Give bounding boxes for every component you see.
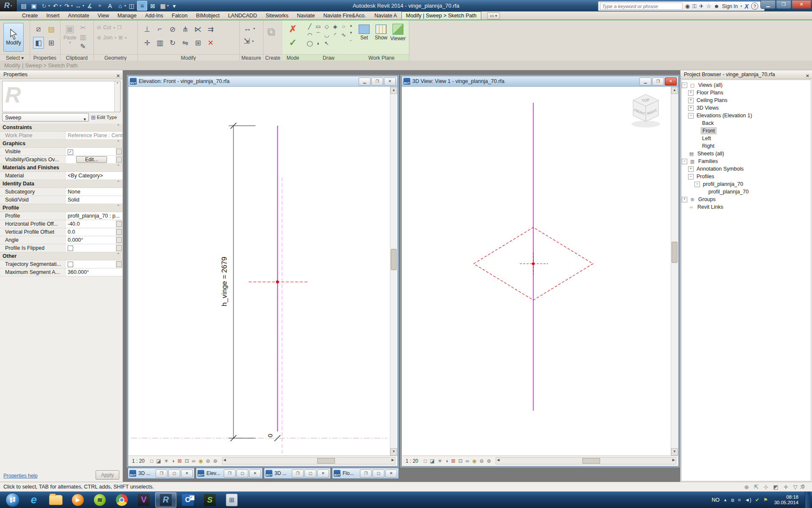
selection-underlay-icon[interactable]: ⇱ xyxy=(754,484,759,490)
draw-arc-start-end-icon[interactable]: ◠ xyxy=(306,31,314,39)
tree-item-label[interactable]: Views (all) xyxy=(697,82,724,88)
elevation-window-titlebar[interactable]: RVT Elevation: Front - vinge_plannja_70.… xyxy=(128,76,398,87)
filter-icon[interactable]: ▽ xyxy=(793,484,798,490)
tab-naviate[interactable]: Naviate xyxy=(293,12,319,19)
application-menu-button[interactable]: R▾ xyxy=(0,0,16,11)
worksharing-display-icon[interactable]: ⊜ xyxy=(480,458,484,464)
elevation-minimize-button[interactable]: ▁ xyxy=(359,77,370,86)
selection-pin-icon[interactable]: ⊹ xyxy=(763,484,768,490)
crop-region-visible-icon[interactable]: ⊡ xyxy=(458,458,463,464)
taskbar-clock[interactable]: 08:18 30.05.2014 xyxy=(774,494,798,505)
elevation-restore-button[interactable]: ❐ xyxy=(371,77,383,86)
tree-item-sheets-all-[interactable]: ▤Sheets (all) xyxy=(682,150,811,157)
associate-parameter-button[interactable] xyxy=(116,221,122,227)
properties-help-link[interactable]: Properties help xyxy=(3,473,38,479)
visual-style-icon[interactable]: □ xyxy=(424,458,427,464)
property-value[interactable]: 0.000° xyxy=(65,236,115,244)
minimized-window-2[interactable]: RVTElev...❐▢✕ xyxy=(196,468,263,479)
elevation-canvas[interactable]: h_vinge = 2679 0 xyxy=(129,87,390,456)
paste-button[interactable]: ▣Paste▾ xyxy=(63,23,77,50)
properties-close-icon[interactable]: ✕ xyxy=(116,72,120,80)
property-checkbox[interactable] xyxy=(68,246,73,251)
ribbon-display-toggle[interactable]: ▭▾ xyxy=(487,12,500,19)
maximize-window-button[interactable]: ▢ xyxy=(168,469,180,478)
tree-item-label[interactable]: Front xyxy=(701,127,716,134)
taskbar-calculator-icon[interactable]: ⊞ xyxy=(221,492,242,508)
tab-view[interactable]: View xyxy=(93,12,113,19)
render-icon[interactable]: ⊚ xyxy=(213,458,217,464)
close-window-button[interactable]: ✕ xyxy=(385,469,397,478)
associate-parameter-button[interactable] xyxy=(116,229,122,235)
maximize-window-button[interactable]: ▢ xyxy=(304,469,316,478)
tab-add-ins[interactable]: Add-Ins xyxy=(141,12,167,19)
tree-item-views-all-[interactable]: −▢Views (all) xyxy=(682,81,811,89)
taskbar-media-player-icon[interactable]: ▶ xyxy=(67,492,88,508)
tree-item-annotation-symbols[interactable]: +Annotation Symbols xyxy=(682,165,811,173)
minimize-button[interactable]: ▁ xyxy=(760,0,776,9)
tree-item-label[interactable]: Floor Plans xyxy=(695,90,724,96)
modify-tool-button[interactable]: Modify xyxy=(3,23,24,52)
title-bar[interactable]: R▾ ▤▣↻▾↶▾↷▾↔▾∡⌖A⌂▾◫≡⊠▦▾▾ Autodesk Revit … xyxy=(0,0,812,11)
dimension-tool-icon[interactable]: ⇲ xyxy=(244,36,250,46)
draw-ellipse-icon[interactable]: ◯ xyxy=(306,39,314,47)
section-icon[interactable]: ◫ xyxy=(127,1,136,10)
property-value[interactable]: 0.0 xyxy=(65,228,115,236)
scroll-down-icon[interactable]: ▼ xyxy=(671,448,678,456)
associate-parameter-button[interactable] xyxy=(116,261,122,267)
draw-scroll-down-icon[interactable]: ▼ xyxy=(349,31,353,35)
shadows-toggle-icon[interactable]: ◑ xyxy=(171,458,174,464)
maximize-window-button[interactable]: ▢ xyxy=(373,469,384,478)
minimized-window-4[interactable]: RVTFlo...❐▢✕ xyxy=(332,468,399,479)
demolish-icon[interactable]: ⊠ xyxy=(118,35,123,41)
shadows-toggle-icon[interactable]: ◑ xyxy=(445,458,448,464)
switch-windows-icon-caret[interactable]: ▾ xyxy=(167,4,169,8)
close-window-button[interactable]: ✕ xyxy=(249,469,261,478)
elevation-vertical-scrollbar[interactable]: ▲ ▼ xyxy=(390,87,397,456)
show-work-plane-button[interactable]: Show xyxy=(373,24,390,41)
split-element-icon[interactable]: ⋔ xyxy=(180,23,191,35)
set-work-plane-button[interactable]: Set xyxy=(356,24,373,41)
threed-close-button[interactable]: ✕ xyxy=(665,77,677,86)
tab-falcon[interactable]: Falcon xyxy=(167,12,192,19)
show-desktop-button[interactable] xyxy=(805,491,810,508)
crop-view-icon[interactable]: ⊠ xyxy=(178,458,182,464)
filter-count[interactable]: :0 xyxy=(800,484,804,490)
family-types-icon[interactable]: ⊞ xyxy=(46,37,57,49)
property-value[interactable]: <By Category> xyxy=(65,172,123,179)
join-geometry-icon[interactable]: ⊕ xyxy=(97,35,101,41)
save-icon[interactable]: ▣ xyxy=(29,1,38,10)
delete-icon[interactable]: ✕ xyxy=(205,37,216,49)
threed-canvas[interactable]: TOP FRONT RIGHT xyxy=(402,87,671,456)
minimized-window-3[interactable]: RVT3D ...❐▢✕ xyxy=(264,468,331,479)
visual-style-icon[interactable]: □ xyxy=(150,458,153,464)
draw-spline-icon[interactable]: ∿ xyxy=(340,31,348,39)
align-icon[interactable]: ⊥ xyxy=(142,23,153,35)
temporary-hide-isolate-icon[interactable]: ∞ xyxy=(192,458,196,464)
drag-on-selection-icon[interactable]: ✛ xyxy=(784,484,788,490)
properties-header[interactable]: Properties✕ xyxy=(0,70,123,79)
tree-item-right[interactable]: Right xyxy=(682,142,811,150)
measure-icon-caret[interactable]: ▾ xyxy=(82,4,84,8)
draw-arc-fillet-icon[interactable]: ◜ xyxy=(331,31,339,39)
edit-button[interactable]: Edit... xyxy=(76,156,107,163)
tab-insert[interactable]: Insert xyxy=(42,12,64,19)
restore-window-button[interactable]: ❐ xyxy=(224,469,236,478)
tab-landcadd[interactable]: LANDCADD xyxy=(224,12,261,19)
tree-item-profil-plannja-70[interactable]: profil_plannja_70 xyxy=(682,188,811,196)
taskbar-autodesk-green-app-icon[interactable]: S xyxy=(199,492,220,508)
property-value[interactable]: ✓ xyxy=(65,148,115,155)
show-hidden-icons[interactable]: ▲ xyxy=(723,498,727,502)
section-header[interactable]: Constraintsˆ xyxy=(0,124,123,132)
close-window-button[interactable]: ✕ xyxy=(317,469,329,478)
path-point-3d[interactable] xyxy=(532,262,535,265)
tree-item-label[interactable]: profil_plannja_70 xyxy=(707,189,750,195)
tab-create[interactable]: Create xyxy=(18,12,42,19)
draw-arc-tangent-icon[interactable]: ◡ xyxy=(323,31,331,39)
language-indicator[interactable]: NO xyxy=(712,497,720,503)
shadows-box-icon[interactable]: ◪ xyxy=(430,458,434,464)
tree-item-profiles[interactable]: −Profiles xyxy=(682,173,811,180)
sync-icon-caret[interactable]: ▾ xyxy=(48,4,50,8)
close-button[interactable]: ✕ xyxy=(792,0,811,9)
open-icon[interactable]: ▤ xyxy=(19,1,28,10)
selection-face-icon[interactable]: ◩ xyxy=(773,484,778,490)
